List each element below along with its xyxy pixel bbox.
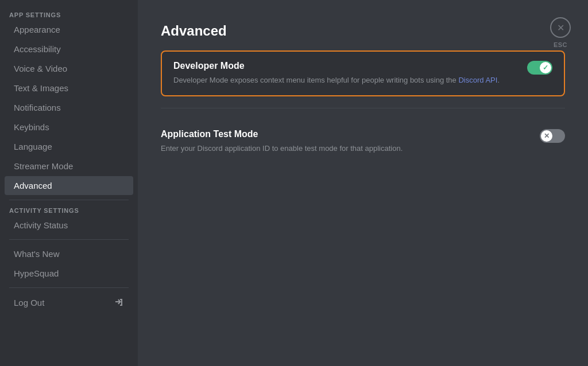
sidebar-item-logout[interactable]: Log Out: [5, 293, 133, 312]
application-test-mode-title: Application Test Mode: [161, 129, 528, 139]
developer-mode-text: Developer Mode Developer Mode exposes co…: [173, 61, 527, 86]
sidebar-item-label: Streamer Mode: [14, 161, 73, 171]
sidebar-item-accessibility[interactable]: Accessibility: [5, 40, 133, 59]
sidebar-item-label: Appearance: [14, 25, 60, 34]
page-title: Advanced: [161, 23, 565, 39]
developer-mode-toggle[interactable]: ✓: [527, 61, 552, 75]
sidebar-item-label: Keybinds: [14, 122, 49, 132]
sidebar-item-streamer-mode[interactable]: Streamer Mode: [5, 157, 133, 176]
sidebar-item-activity-status[interactable]: Activity Status: [5, 216, 133, 235]
developer-mode-title: Developer Mode: [173, 61, 516, 71]
application-test-mode-toggle-thumb: ✕: [541, 130, 552, 142]
application-test-mode-toggle[interactable]: ✕: [540, 129, 565, 143]
discord-api-link[interactable]: Discord API: [458, 76, 497, 84]
activity-settings-label: ACTIVITY SETTINGS: [0, 198, 88, 216]
main-content: ✕ ESC Advanced Developer Mode Developer …: [138, 0, 588, 366]
logout-label: Log Out: [14, 298, 44, 307]
developer-mode-desc-part2: .: [497, 76, 500, 84]
sidebar-item-text-images[interactable]: Text & Images: [5, 79, 133, 98]
application-test-mode-description: Enter your Discord application ID to ena…: [161, 143, 528, 154]
checkmark-icon: ✓: [543, 64, 548, 72]
esc-button-container: ✕ ESC: [550, 17, 571, 48]
sidebar-item-notifications[interactable]: Notifications: [5, 98, 133, 117]
sidebar-item-hypesquad[interactable]: HypeSquad: [5, 264, 133, 283]
app-settings-label: APP SETTINGS: [0, 2, 70, 21]
developer-mode-desc-part1: Developer Mode exposes context menu item…: [173, 76, 457, 84]
sidebar-item-label: Advanced: [14, 181, 52, 190]
developer-mode-description: Developer Mode exposes context menu item…: [173, 75, 516, 86]
application-test-mode-row: Application Test Mode Enter your Discord…: [161, 129, 565, 154]
sidebar-item-label: What's New: [14, 249, 60, 259]
sidebar-item-language[interactable]: Language: [5, 137, 133, 156]
developer-mode-toggle-track[interactable]: ✓: [527, 61, 552, 75]
esc-label: ESC: [554, 41, 567, 48]
sidebar-item-label: HypeSquad: [14, 268, 59, 278]
sidebar-item-label: Voice & Video: [14, 64, 67, 73]
sidebar-item-label: Notifications: [14, 103, 61, 112]
application-test-mode-card: Application Test Mode Enter your Discord…: [161, 120, 565, 163]
sidebar-item-label: Text & Images: [14, 83, 68, 93]
sidebar-item-label: Language: [14, 142, 52, 151]
close-button[interactable]: ✕: [550, 17, 571, 38]
sidebar-item-advanced[interactable]: Advanced: [5, 176, 133, 195]
x-icon: ✕: [544, 132, 550, 140]
sidebar-item-label: Activity Status: [14, 220, 68, 230]
sidebar-item-label: Accessibility: [14, 44, 61, 54]
sidebar-item-voice-video[interactable]: Voice & Video: [5, 59, 133, 78]
sidebar-divider-2: [9, 239, 129, 240]
developer-mode-row: Developer Mode Developer Mode exposes co…: [173, 61, 552, 86]
sidebar-divider-3: [9, 287, 129, 288]
sidebar-item-keybinds[interactable]: Keybinds: [5, 118, 133, 137]
developer-mode-toggle-thumb: ✓: [540, 62, 551, 73]
application-test-mode-toggle-track[interactable]: ✕: [540, 129, 565, 143]
sidebar-item-appearance[interactable]: Appearance: [5, 20, 133, 39]
application-test-mode-text: Application Test Mode Enter your Discord…: [161, 129, 540, 154]
developer-mode-card: Developer Mode Developer Mode exposes co…: [161, 50, 565, 96]
sidebar-item-whats-new[interactable]: What's New: [5, 244, 133, 263]
section-divider: [161, 108, 565, 108]
sidebar: APP SETTINGS Appearance Accessibility Vo…: [0, 0, 138, 366]
close-icon: ✕: [557, 22, 564, 33]
logout-icon: [114, 297, 124, 307]
